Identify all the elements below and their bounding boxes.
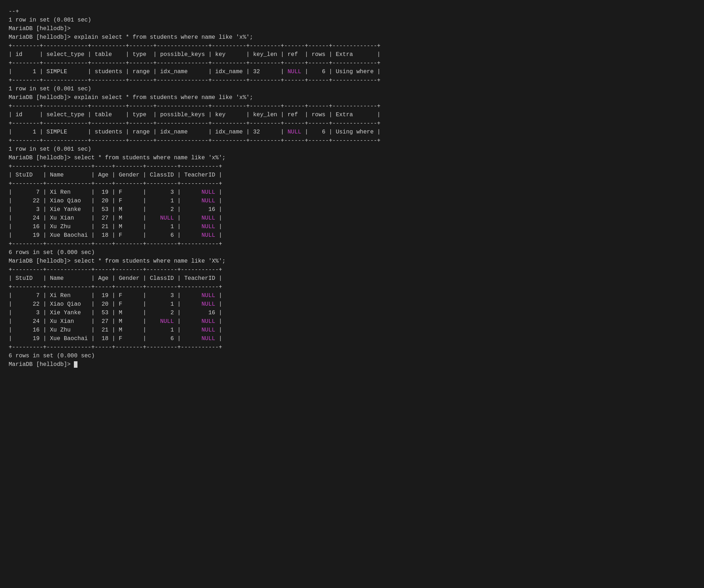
- terminal-line: | 24 | Xu Xian | 27 | M | NULL | NULL |: [9, 317, 695, 326]
- terminal-line: | 7 | Xi Ren | 19 | F | 3 | NULL |: [9, 188, 695, 197]
- terminal-line: | id | select_type | table | type | poss…: [9, 50, 695, 59]
- terminal-line: 1 row in set (0.001 sec): [9, 85, 695, 93]
- null-value: NULL: [202, 189, 215, 196]
- terminal-line: 6 rows in set (0.000 sec): [9, 248, 695, 257]
- terminal-line: MariaDB [hellodb]> explain select * from…: [9, 93, 695, 102]
- terminal-line: 1 row in set (0.001 sec): [9, 145, 695, 154]
- terminal-line: MariaDB [hellodb]> explain select * from…: [9, 33, 695, 42]
- terminal-line: | 3 | Xie Yanke | 53 | M | 2 | 16 |: [9, 205, 695, 214]
- terminal-line: +---------+-------------+-----+--------+…: [9, 265, 695, 274]
- terminal-line: | StuID | Name | Age | Gender | ClassID …: [9, 171, 695, 179]
- terminal-line: 1 row in set (0.001 sec): [9, 16, 695, 24]
- terminal-line: +---------+-------------+-----+--------+…: [9, 240, 695, 248]
- terminal-line: | StuID | Name | Age | Gender | ClassID …: [9, 274, 695, 283]
- terminal-line: MariaDB [hellodb]> select * from student…: [9, 257, 695, 265]
- terminal-line: +--------+-------------+----------+-----…: [9, 119, 695, 128]
- terminal-output: --+ 1 row in set (0.001 sec) MariaDB [he…: [9, 7, 695, 369]
- null-value: NULL: [202, 198, 215, 204]
- null-value: NULL: [202, 335, 215, 342]
- null-value: NULL: [202, 224, 215, 230]
- terminal-line: | 19 | Xue Baochai | 18 | F | 6 | NULL |: [9, 231, 695, 240]
- terminal-line: | id | select_type | table | type | poss…: [9, 110, 695, 119]
- terminal-line: | 19 | Xue Baochai | 18 | F | 6 | NULL |: [9, 334, 695, 343]
- terminal-line: +--------+-------------+----------+-----…: [9, 59, 695, 67]
- null-value: NULL: [202, 215, 215, 221]
- terminal-line: +---------+-------------+-----+--------+…: [9, 179, 695, 188]
- terminal-line: --+: [9, 7, 695, 16]
- null-value: NULL: [288, 129, 301, 135]
- terminal-line: | 16 | Xu Zhu | 21 | M | 1 | NULL |: [9, 222, 695, 231]
- terminal-line: +---------+-------------+-----+--------+…: [9, 162, 695, 171]
- terminal-line: MariaDB [hellodb]>: [9, 360, 695, 369]
- terminal-line: | 22 | Xiao Qiao | 20 | F | 1 | NULL |: [9, 197, 695, 205]
- terminal-line: | 24 | Xu Xian | 27 | M | NULL | NULL |: [9, 214, 695, 222]
- null-value: NULL: [202, 327, 215, 333]
- null-value: NULL: [160, 215, 174, 221]
- terminal-line: +--------+-------------+----------+-----…: [9, 42, 695, 50]
- terminal-line: | 22 | Xiao Qiao | 20 | F | 1 | NULL |: [9, 300, 695, 309]
- null-value: NULL: [202, 292, 215, 299]
- terminal-line: | 16 | Xu Zhu | 21 | M | 1 | NULL |: [9, 326, 695, 334]
- null-value: NULL: [202, 301, 215, 307]
- terminal-line: +--------+-------------+----------+-----…: [9, 136, 695, 145]
- terminal-line: | 7 | Xi Ren | 19 | F | 3 | NULL |: [9, 291, 695, 300]
- null-value: NULL: [160, 318, 174, 325]
- terminal-line: | 1 | SIMPLE | students | range | idx_na…: [9, 128, 695, 136]
- terminal-line: MariaDB [hellodb]> select * from student…: [9, 154, 695, 162]
- null-value: NULL: [202, 318, 215, 325]
- terminal-line: | 1 | SIMPLE | students | range | idx_na…: [9, 67, 695, 76]
- terminal-line: +---------+-------------+-----+--------+…: [9, 343, 695, 352]
- terminal-line: 6 rows in set (0.000 sec): [9, 352, 695, 360]
- terminal-line: +--------+-------------+----------+-----…: [9, 76, 695, 85]
- terminal-line: | 3 | Xie Yanke | 53 | M | 2 | 16 |: [9, 309, 695, 317]
- cursor: [74, 361, 77, 368]
- null-value: NULL: [202, 232, 215, 239]
- null-value: NULL: [288, 69, 301, 75]
- terminal-line: +--------+-------------+----------+-----…: [9, 102, 695, 110]
- terminal-line: +---------+-------------+-----+--------+…: [9, 283, 695, 291]
- terminal-line: MariaDB [hellodb]>: [9, 24, 695, 33]
